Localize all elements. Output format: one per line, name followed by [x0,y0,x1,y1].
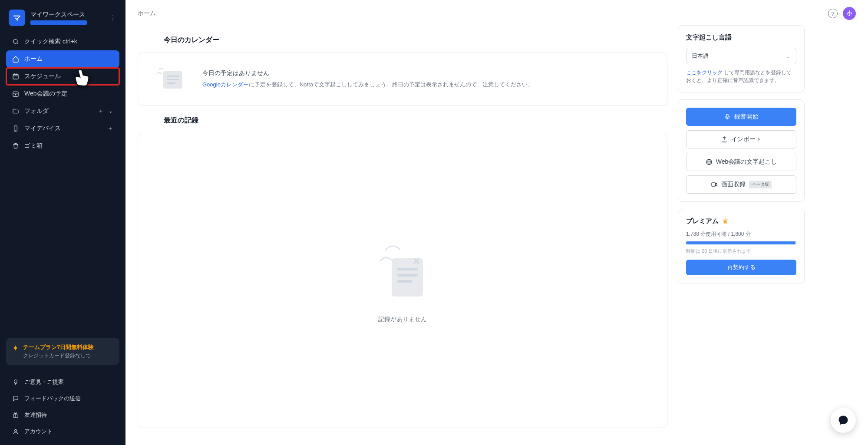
calendar-section-title: 今日のカレンダー [138,36,667,45]
nav-trash[interactable]: ゴミ箱 [6,137,119,155]
svg-point-13 [15,429,17,432]
nav-my-device-label: マイデバイス [24,125,61,132]
nav-trash-label: ゴミ箱 [24,142,43,150]
chevron-down-icon: ⌄ [786,53,791,59]
nav-folder[interactable]: フォルダ ＋ ⌄ [6,102,119,120]
primary-nav: クイック検索 ctrl+k ホーム スケジュール [0,33,125,155]
calendar-empty-desc: Googleカレンダーに予定を登録して、Nottaで文字起こししてみましょう。終… [202,81,533,89]
sparkle-icon: ✦ [12,343,19,353]
renew-note: 時間は 20 日後に更新されます [686,248,796,254]
web-meeting-transcribe-button[interactable]: Web会議の文字起こし [686,153,796,171]
svg-rect-16 [167,79,179,80]
workspace-badge: マ [9,10,25,26]
renew-button[interactable]: 再契約する [686,260,796,275]
footer-nav: ご意見・ご提案 フィードバックの送信 友達招待 アカウント [0,370,125,440]
premium-panel: プレミアム ♛ 1,788 分使用可能 / 1,800 分 時間は 20 日後に… [678,209,805,283]
search-icon [12,38,19,45]
video-icon [711,181,718,188]
nav-send-feedback[interactable]: フィードバックの送信 [0,390,125,407]
chat-fab[interactable] [831,408,856,433]
start-recording-button[interactable]: 録音開始 [686,108,796,126]
device-icon [12,125,19,132]
records-section: 最近の記録 [138,105,667,428]
chevron-down-icon[interactable]: ⌄ [108,107,113,115]
calendar-section: 今日のカレンダー [138,25,667,105]
nav-my-device[interactable]: マイデバイス ＋ [6,120,119,137]
svg-rect-21 [397,280,413,283]
topbar: ホーム ? 小 [125,0,868,25]
nav-schedule[interactable]: スケジュール [6,68,119,85]
folder-icon [12,108,19,115]
sidebar: マ マイワークスペース ⋮ クイック検索 ctrl+k ホーム [0,0,125,445]
avatar[interactable]: 小 [843,7,856,20]
svg-rect-24 [726,114,728,117]
nav-web-meeting-label: Web会議の予定 [24,90,67,98]
trash-icon [12,142,19,149]
svg-rect-20 [397,274,418,277]
vocab-register-link[interactable]: ここをクリック [686,69,723,76]
language-selected-value: 日本語 [692,52,709,60]
usage-text: 1,788 分使用可能 / 1,800 分 [686,231,796,238]
crown-icon: ♛ [722,217,728,225]
chat-icon [12,395,19,402]
calendar-empty-title: 今日の予定はありません [202,69,533,77]
actions-panel: 録音開始 インポート Web会議の文字起こし [678,99,805,202]
usage-progress [686,241,796,244]
calendar-empty-card: 今日の予定はありません Googleカレンダーに予定を登録して、Nottaで文字… [138,53,667,105]
workspace-menu-icon[interactable]: ⋮ [109,13,117,23]
records-empty-card: 記録がありません [138,133,667,428]
workspace-name: マイワークスペース [30,11,104,19]
home-icon [12,56,19,63]
folder-add-icon[interactable]: ＋ [98,107,104,115]
svg-point-0 [13,40,17,43]
nav-invite[interactable]: 友達招待 [0,407,125,423]
calendar-empty-illustration [154,65,188,93]
calendar-dot-icon [12,90,19,97]
device-add-icon[interactable]: ＋ [107,125,113,132]
language-panel-title: 文字起こし言語 [686,33,796,42]
svg-line-1 [17,43,18,44]
workspace-sub-redacted [30,20,87,25]
svg-rect-19 [397,268,418,270]
records-empty-text: 記録がありません [378,316,427,323]
nav-home-label: ホーム [24,55,43,63]
nav-account[interactable]: アカウント [0,423,125,440]
beta-badge: ベータ版 [749,181,772,188]
globe-icon [706,158,713,165]
usage-progress-fill [686,241,795,244]
nav-home[interactable]: ホーム [6,50,119,68]
premium-title: プレミアム [686,217,719,225]
nav-folder-label: フォルダ [24,107,49,115]
lightbulb-icon [12,379,19,386]
screen-record-button[interactable]: 画面収録 ベータ版 [686,175,796,194]
records-empty-illustration [368,237,437,307]
promo-sub: クレジットカード登録なしで [23,352,94,359]
workspace-switcher[interactable]: マ マイワークスペース ⋮ [0,5,125,33]
svg-rect-17 [167,82,175,84]
svg-rect-18 [392,258,423,297]
calendar-icon [12,73,19,80]
team-plan-promo[interactable]: ✦ チームプラン7日間無料体験 クレジットカード登録なしで [6,338,119,365]
quick-search-label: クイック検索 ctrl+k [24,38,77,46]
upload-icon [721,136,728,143]
page-title: ホーム [138,10,156,17]
language-select[interactable]: 日本語 ⌄ [686,48,796,64]
help-icon[interactable]: ? [828,9,838,18]
svg-point-8 [15,94,16,95]
svg-rect-15 [167,76,179,77]
records-section-title: 最近の記録 [138,116,667,125]
gift-icon [12,412,19,419]
quick-search[interactable]: クイック検索 ctrl+k [6,33,119,50]
language-hint: ここをクリック して専門用語などを登録しておくと、より正確に音声認識できます。 [686,69,796,84]
nav-schedule-label: スケジュール [24,73,61,80]
svg-rect-2 [13,74,18,79]
right-panel: 文字起こし言語 日本語 ⌄ ここをクリック して専門用語などを登録しておくと、よ… [678,25,805,436]
import-button[interactable]: インポート [686,130,796,148]
nav-feedback-idea[interactable]: ご意見・ご提案 [0,374,125,390]
svg-rect-28 [712,183,716,186]
mic-icon [724,113,731,120]
google-calendar-link[interactable]: Googleカレンダー [202,81,249,88]
promo-title: チームプラン7日間無料体験 [23,343,94,351]
language-panel: 文字起こし言語 日本語 ⌄ ここをクリック して専門用語などを登録しておくと、よ… [678,25,805,92]
nav-web-meeting[interactable]: Web会議の予定 [6,85,119,102]
